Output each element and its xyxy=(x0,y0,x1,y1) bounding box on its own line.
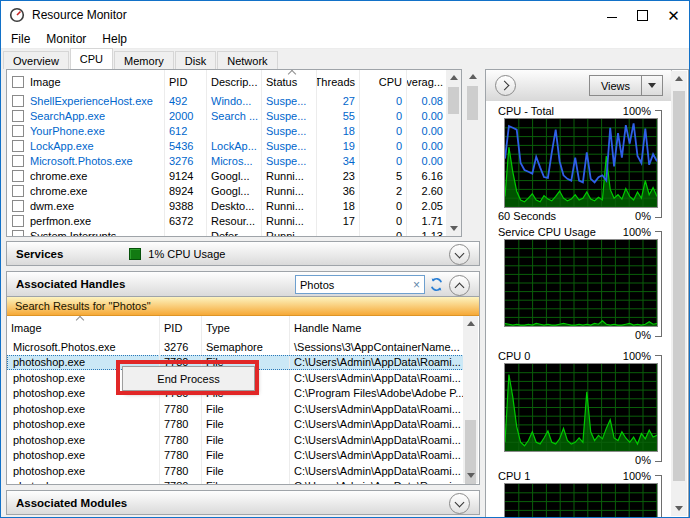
process-table: Image PID Descrip... Status Threads CPU … xyxy=(6,69,462,237)
scrollbar-thumb[interactable] xyxy=(448,87,459,114)
process-row[interactable]: YourPhone.exe612Suspe...1800.00 xyxy=(7,123,461,138)
handle-row[interactable]: photoshop.exe7780FileC:\Users\Admin\AppD… xyxy=(7,463,464,479)
scrollbar-thumb[interactable] xyxy=(467,86,478,120)
process-row[interactable]: SearchApp.exe2000Search ...Suspe...5500.… xyxy=(7,108,461,123)
row-checkbox[interactable] xyxy=(12,230,24,238)
row-checkbox[interactable] xyxy=(12,110,24,122)
col-threads[interactable]: Threads xyxy=(317,70,360,93)
row-checkbox[interactable] xyxy=(12,200,24,212)
left-pane-scrollbar[interactable] xyxy=(465,69,480,237)
process-row[interactable]: Microsoft.Photos.exe3276Micros...Suspe..… xyxy=(7,153,461,168)
scroll-up-icon[interactable] xyxy=(463,316,478,331)
handle-row[interactable]: photoshop.exe7780FileC:\Users\Admin\AppD… xyxy=(7,401,464,417)
collapse-pane-button[interactable] xyxy=(495,75,516,96)
col-image[interactable]: Image xyxy=(7,316,160,339)
col-description[interactable]: Descrip... xyxy=(207,70,262,93)
cpu1-graph: CPU 1100% 0% xyxy=(486,468,672,517)
row-checkbox[interactable] xyxy=(12,125,24,137)
cpu0-graph: CPU 0100% 0% xyxy=(486,348,672,467)
modules-collapse-button[interactable] xyxy=(449,493,470,514)
tab-overview[interactable]: Overview xyxy=(3,51,69,70)
row-checkbox[interactable] xyxy=(12,155,24,167)
maximize-button[interactable] xyxy=(627,1,658,29)
tab-memory[interactable]: Memory xyxy=(114,51,174,70)
col-pid[interactable]: PID xyxy=(165,70,207,93)
cell-average: 1.71 xyxy=(407,213,447,228)
views-button[interactable]: Views xyxy=(589,75,663,96)
process-row[interactable]: chrome.exe8924Googl...Runni...3622.60 xyxy=(7,183,461,198)
col-image[interactable]: Image xyxy=(30,76,61,88)
cell-average: 2.60 xyxy=(407,183,447,198)
cell-pid: 9388 xyxy=(165,198,207,213)
menu-help[interactable]: Help xyxy=(94,32,135,46)
cell-status: Suspe... xyxy=(262,108,317,123)
tab-disk[interactable]: Disk xyxy=(175,51,216,70)
col-type[interactable]: Type xyxy=(202,316,290,339)
cell-image: SearchApp.exe xyxy=(7,108,165,123)
row-checkbox[interactable] xyxy=(12,185,24,197)
search-refresh-button[interactable] xyxy=(428,276,445,293)
process-row[interactable]: dwm.exe9388Deskto...Runni...1802.05 xyxy=(7,198,461,213)
process-table-scrollbar[interactable] xyxy=(446,70,461,236)
handle-row[interactable]: photoshop.exe7780FileC:\Users\Admin\AppD… xyxy=(7,432,464,448)
menu-monitor[interactable]: Monitor xyxy=(38,32,94,46)
scroll-up-icon[interactable] xyxy=(671,71,687,86)
clear-search-icon[interactable]: × xyxy=(409,279,424,291)
services-status-square-icon xyxy=(129,248,141,260)
cell-cpu: 0 xyxy=(360,213,407,228)
scroll-up-icon[interactable] xyxy=(465,69,480,84)
minimize-button[interactable] xyxy=(596,1,627,29)
cell-cpu: 0 xyxy=(360,123,407,138)
handles-section-header[interactable]: Associated Handles × xyxy=(6,271,480,297)
col-status[interactable]: Status xyxy=(262,70,317,93)
cell-type: File xyxy=(202,432,290,448)
handle-row[interactable]: photoshop.exe7780FileC:\Users\Admin\AppD… xyxy=(7,417,464,433)
search-input[interactable] xyxy=(296,279,409,291)
cell-handle-name: C:\Program Files\Adobe\Adobe P... xyxy=(290,386,464,402)
handles-collapse-button[interactable] xyxy=(449,275,470,296)
handles-scrollbar[interactable] xyxy=(463,316,478,483)
row-checkbox[interactable] xyxy=(12,170,24,182)
col-cpu[interactable]: CPU xyxy=(360,70,407,93)
cell-average: 0.00 xyxy=(407,123,447,138)
process-row[interactable]: chrome.exe9124Googl...Runni...2356.16 xyxy=(7,168,461,183)
cell-type: File xyxy=(202,401,290,417)
cell-pid: 7780 xyxy=(160,479,202,486)
row-checkbox[interactable] xyxy=(12,215,24,227)
scrollbar-thumb[interactable] xyxy=(673,91,685,481)
scroll-down-icon[interactable] xyxy=(671,501,687,516)
cell-handle-name: C:\Users\Admin\AppData\Roami... xyxy=(290,463,464,479)
services-section-header[interactable]: Services 1% CPU Usage xyxy=(6,241,480,266)
cell-status: Suspe... xyxy=(262,123,317,138)
scroll-down-icon[interactable] xyxy=(446,221,461,236)
graphs-scrollbar[interactable] xyxy=(671,71,687,516)
tab-network[interactable]: Network xyxy=(217,51,277,70)
handle-row[interactable]: Microsoft.Photos.exe3276Semaphore\Sessio… xyxy=(7,339,464,355)
services-collapse-button[interactable] xyxy=(449,244,470,265)
row-checkbox[interactable] xyxy=(12,140,24,152)
select-all-checkbox[interactable] xyxy=(12,76,24,88)
process-row[interactable]: ShellExperienceHost.exe492Windo...Suspe.… xyxy=(7,93,461,108)
graph-min-label: 0% xyxy=(635,329,651,341)
tab-cpu[interactable]: CPU xyxy=(70,48,113,70)
process-row[interactable]: perfmon.exe6372Resour...Runni...1701.71 xyxy=(7,213,461,228)
scroll-up-icon[interactable] xyxy=(446,70,461,85)
tab-strip: Overview CPU Memory Disk Network xyxy=(1,48,689,70)
views-dropdown-arrow[interactable] xyxy=(641,76,662,95)
modules-section-header[interactable]: Associated Modules xyxy=(6,490,480,515)
cell-description: Micros... xyxy=(207,153,262,168)
col-pid[interactable]: PID xyxy=(160,316,202,339)
process-row[interactable]: LockApp.exe5436LockAp...Suspe...1900.00 xyxy=(7,138,461,153)
cell-cpu: 0 xyxy=(360,153,407,168)
cell-status: Runni... xyxy=(262,183,317,198)
menu-file[interactable]: File xyxy=(3,32,38,46)
col-handle-name[interactable]: Handle Name xyxy=(290,316,479,339)
handle-row[interactable]: photoshop.exe7780FileC:\Users\Admin\AppD… xyxy=(7,448,464,464)
scroll-down-icon[interactable] xyxy=(463,468,478,483)
handle-row[interactable]: photoshop.exe7780FileC:\Users\Admin\AppD… xyxy=(7,479,464,486)
chevron-down-icon xyxy=(455,497,465,507)
process-row[interactable]: System InterruptsDefer...Runni...01.13 xyxy=(7,228,461,237)
close-button[interactable]: ✕ xyxy=(658,1,689,29)
row-checkbox[interactable] xyxy=(12,95,24,107)
col-average[interactable]: Averag... xyxy=(407,70,447,93)
